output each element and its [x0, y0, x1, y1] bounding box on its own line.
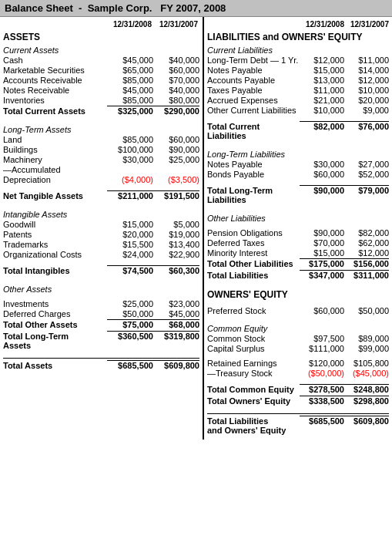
minority-interest-2007: $12,000 — [344, 248, 389, 258]
long-term-liabilities-label: Long-Term Liabilities — [207, 150, 389, 159]
total-ltl-label: Total Long-Term Liabilities — [207, 186, 300, 204]
notes-pay-2008: $15,000 — [300, 66, 344, 75]
list-item: Inventories $85,000 $80,000 — [3, 96, 199, 105]
total-le-2008: $685,500 — [300, 416, 344, 426]
accts-pay-label: Accounts Payable — [207, 76, 300, 85]
years: FY 2007, 2008 — [160, 2, 226, 14]
total-assets-2007: $609,800 — [153, 360, 199, 370]
list-item: —Treasury Stock ($50,000) ($45,000) — [207, 369, 389, 378]
list-item: Deferred Taxes $70,000 $62,000 — [207, 238, 389, 248]
total-cl-label: Total Current Liabilities — [207, 122, 300, 140]
taxes-pay-2007: $10,000 — [344, 86, 389, 95]
right-col-2007: 12/31/2007 — [344, 20, 389, 29]
total-liab-label: Total Liabilities — [207, 271, 300, 280]
preferred-stock-2007: $50,000 — [344, 306, 389, 315]
total-liab-2007: $311,000 — [344, 270, 389, 280]
deferred-taxes-2007: $62,000 — [344, 238, 389, 248]
total-other-liabilities: Total Other Liabilities $175,000 $156,00… — [207, 258, 389, 268]
other-liabilities-label: Other Liabilities — [207, 214, 389, 223]
goodwill-2008: $15,000 — [107, 220, 153, 229]
net-tangible-label: Net Tangible Assets — [3, 191, 107, 200]
retained-earnings-2007: $105,800 — [344, 359, 389, 368]
accts-pay-2007: $12,000 — [344, 76, 389, 85]
total-intangibles-2008: $74,500 — [107, 265, 153, 275]
list-item: Investments $25,000 $23,000 — [3, 299, 199, 308]
total-assets: Total Assets $685,500 $609,800 — [3, 360, 199, 370]
trademarks-2008: $15,500 — [107, 240, 153, 249]
list-item: Accrued Expenses $21,000 $20,000 — [207, 96, 389, 105]
ltl-notes-pay-label: Notes Payable — [207, 160, 300, 169]
list-item: Minority Interest $15,000 $12,000 — [207, 248, 389, 258]
list-item: Pension Obligations $90,000 $82,000 — [207, 228, 389, 237]
total-intangibles-label: Total Intangibles — [3, 266, 107, 275]
total-ol-2007: $156,000 — [344, 258, 389, 268]
list-item: Notes Receivable $45,000 $40,000 — [3, 86, 199, 95]
accrued-exp-label: Accrued Expenses — [207, 96, 300, 105]
org-costs-label: Organizational Costs — [3, 250, 107, 259]
bonds-pay-2008: $60,000 — [300, 170, 344, 179]
accum-label: —Accumulated — [3, 165, 199, 174]
total-le-label: Total Liabilities and Owners' Equity — [207, 416, 300, 435]
patents-2007: $19,000 — [153, 230, 199, 239]
total-ca-label: Total Current Assets — [3, 106, 107, 116]
patents-2008: $20,000 — [107, 230, 153, 239]
list-item: Notes Payable $30,000 $27,000 — [207, 160, 389, 169]
net-tangible-2008: $211,000 — [107, 190, 153, 200]
land-label: Land — [3, 135, 107, 144]
total-liab-2008: $347,000 — [300, 270, 344, 280]
machinery-label: Machinery — [3, 155, 107, 164]
capital-surplus-label: Capital Surplus — [207, 344, 300, 353]
deferred-charges-2008: $50,000 — [107, 309, 153, 318]
col-2008-left: 12/31/2008 — [106, 20, 152, 29]
list-item: —Accumulated — [3, 165, 199, 174]
notes-pay-label: Notes Payable — [207, 66, 300, 75]
total-ltl-2007: $79,000 — [344, 185, 389, 195]
list-item: Trademarks $15,500 $13,400 — [3, 240, 199, 249]
machinery-2007: $25,000 — [153, 155, 199, 164]
list-item: Preferred Stock $60,000 $50,000 — [207, 306, 389, 315]
other-cl-2007: $9,000 — [344, 106, 389, 115]
trademarks-label: Trademarks — [3, 240, 107, 249]
header: Balance Sheet - Sample Corp. FY 2007, 20… — [0, 0, 392, 17]
total-other-assets-2007: $68,000 — [153, 319, 199, 329]
accts-pay-2008: $13,000 — [300, 76, 344, 85]
total-long-term-liabilities: Total Long-Term Liabilities $90,000 $79,… — [207, 185, 389, 204]
common-equity-label: Common Equity — [207, 324, 389, 333]
capital-surplus-2008: $111,000 — [300, 344, 344, 353]
land-2007: $60,000 — [153, 135, 199, 144]
treasury-stock-2008: ($50,000) — [300, 369, 344, 378]
total-cl-2007: $76,000 — [344, 121, 389, 131]
total-ltl-2008: $90,000 — [300, 185, 344, 195]
list-item: Patents $20,000 $19,000 — [3, 230, 199, 239]
total-ce-2007: $248,800 — [344, 384, 389, 394]
total-ca-2008: $325,000 — [107, 106, 153, 116]
ltd1yr-2007: $11,000 — [344, 56, 389, 65]
investments-2008: $25,000 — [107, 299, 153, 308]
total-current-liabilities: Total Current Liabilities $82,000 $76,00… — [207, 121, 389, 140]
depreciation-label: Depreciation — [3, 175, 107, 184]
net-tangible-2007: $191,500 — [153, 190, 199, 200]
minority-interest-label: Minority Interest — [207, 248, 300, 258]
list-item: Goodwill $15,000 $5,000 — [3, 220, 199, 229]
total-other-assets-label: Total Other Assets — [3, 320, 107, 329]
accrued-exp-2008: $21,000 — [300, 96, 344, 105]
list-item: Machinery $30,000 $25,000 — [3, 155, 199, 164]
total-long-term-assets: Total Long-Term Assets $360,500 $319,800 — [3, 331, 199, 350]
cash-2007: $40,000 — [153, 56, 199, 65]
total-other-assets-2008: $75,000 — [107, 319, 153, 329]
total-assets-2008: $685,500 — [107, 360, 153, 370]
capital-surplus-2007: $99,000 — [344, 344, 389, 353]
depreciation-2008: ($4,000) — [107, 175, 153, 184]
total-liabilities: Total Liabilities $347,000 $311,000 — [207, 270, 389, 280]
list-item: Buildings $100,000 $90,000 — [3, 145, 199, 154]
treasury-stock-2007: ($45,000) — [344, 369, 389, 378]
current-liabilities-label: Current Liabilities — [207, 45, 389, 55]
total-assets-label: Total Assets — [3, 361, 107, 370]
land-2008: $85,000 — [107, 135, 153, 144]
liabilities-title: LIABILITIES and OWNERS' EQUITY — [207, 32, 389, 42]
accts-rec-2008: $85,000 — [107, 76, 153, 85]
buildings-2008: $100,000 — [107, 145, 153, 154]
minority-interest-2008: $15,000 — [300, 248, 344, 258]
total-ol-label: Total Other Liabilities — [207, 259, 300, 268]
liabilities-panel: 12/31/2008 12/31/2007 LIABILITIES and OW… — [204, 17, 392, 440]
